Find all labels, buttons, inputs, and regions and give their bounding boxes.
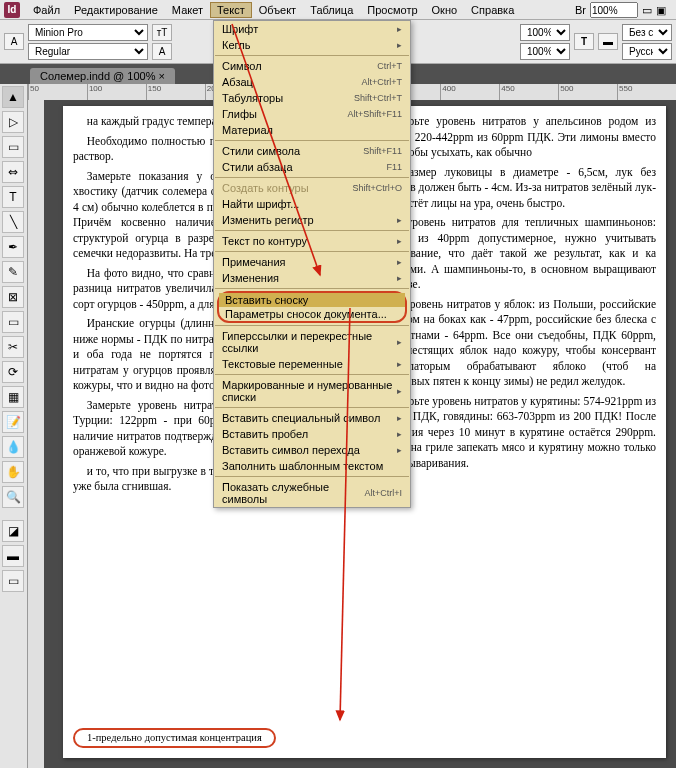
zoom-tool[interactable]: 🔍 <box>2 486 24 508</box>
direct-select-tool[interactable]: ▷ <box>2 111 24 133</box>
menu-item[interactable]: Изменить регистр <box>214 212 410 228</box>
menu-item[interactable]: ГлифыAlt+Shift+F11 <box>214 106 410 122</box>
menu-item[interactable]: Текст по контуру <box>214 233 410 249</box>
rect-tool[interactable]: ▭ <box>2 311 24 333</box>
char-format-icon[interactable]: A <box>4 33 24 50</box>
menu-item[interactable]: Вставить символ перехода <box>214 442 410 458</box>
menu-item[interactable]: Примечания <box>214 254 410 270</box>
para: ет размер луковицы в диаметре - 6,5см, л… <box>372 165 657 212</box>
scale-h-select[interactable]: 100% <box>520 24 570 41</box>
scissors-tool[interactable]: ✂ <box>2 336 24 358</box>
menu-item[interactable]: Показать служебные символыAlt+Ctrl+I <box>214 479 410 507</box>
menu-item[interactable]: Стили абзацаF11 <box>214 159 410 175</box>
menu-text[interactable]: Текст <box>210 2 252 18</box>
text-T-icon[interactable]: T <box>574 33 594 50</box>
view-mode-icon[interactable]: ▭ <box>642 4 652 17</box>
para: Замерьте уровень нитратов у апельсинов р… <box>372 114 657 161</box>
menu-item[interactable]: Стили символаShift+F11 <box>214 143 410 159</box>
pencil-tool[interactable]: ✎ <box>2 261 24 283</box>
gap-tool[interactable]: ⇔ <box>2 161 24 183</box>
lang2-select[interactable]: Русск <box>622 43 672 60</box>
menu-table[interactable]: Таблица <box>303 2 360 18</box>
lang-select[interactable]: Без с <box>622 24 672 41</box>
font-family-select[interactable]: Minion Pro <box>28 24 148 41</box>
eyedropper-tool[interactable]: 💧 <box>2 436 24 458</box>
menu-item[interactable]: Гиперссылки и перекрестные ссылки <box>214 328 410 356</box>
page-tool[interactable]: ▭ <box>2 136 24 158</box>
gradient-tool[interactable]: ▦ <box>2 386 24 408</box>
frame-tool[interactable]: ⊠ <box>2 286 24 308</box>
menu-item[interactable]: Маркированные и нумерованные списки <box>214 377 410 405</box>
menu-item[interactable]: ТабуляторыShift+Ctrl+T <box>214 90 410 106</box>
footnote[interactable]: 1-предельно допустимая концентрация <box>73 728 276 748</box>
menu-view[interactable]: Просмотр <box>360 2 424 18</box>
bridge-icon[interactable]: Br <box>575 4 586 16</box>
pen-tool[interactable]: ✒ <box>2 236 24 258</box>
note-tool[interactable]: 📝 <box>2 411 24 433</box>
menu-item: Создать контурыShift+Ctrl+O <box>214 180 410 196</box>
ruler-vertical <box>28 100 44 768</box>
para: ьте уровень нитратов у яблок: из Польши,… <box>372 297 657 390</box>
menu-item[interactable]: Текстовые переменные <box>214 356 410 372</box>
leading-icon: А <box>152 43 172 60</box>
menu-layout[interactable]: Макет <box>165 2 210 18</box>
menu-item[interactable]: Найти шрифт... <box>214 196 410 212</box>
document-tab[interactable]: Солемер.indd @ 100% × <box>30 68 175 84</box>
apply-color-icon[interactable]: ▬ <box>2 545 24 567</box>
menu-window[interactable]: Окно <box>425 2 465 18</box>
menu-edit[interactable]: Редактирование <box>67 2 165 18</box>
fill-stroke-icon[interactable]: ◪ <box>2 520 24 542</box>
menu-item[interactable]: Изменения <box>214 270 410 286</box>
close-icon[interactable]: × <box>158 70 164 82</box>
menu-item[interactable]: Кегль <box>214 37 410 53</box>
transform-tool[interactable]: ⟳ <box>2 361 24 383</box>
menu-item[interactable]: СимволCtrl+T <box>214 58 410 74</box>
screen-mode-icon[interactable]: ▭ <box>2 570 24 592</box>
menu-item[interactable]: Вставить сноску <box>219 293 405 307</box>
zoom-input[interactable] <box>590 2 638 18</box>
menu-file[interactable]: Файл <box>26 2 67 18</box>
menubar: Id Файл Редактирование Макет Текст Объек… <box>0 0 676 20</box>
menu-item[interactable]: Материал <box>214 122 410 138</box>
scale-v-select[interactable]: 100% <box>520 43 570 60</box>
menu-item[interactable]: АбзацAlt+Ctrl+T <box>214 74 410 90</box>
menu-item[interactable]: Параметры сносок документа... <box>219 307 405 321</box>
menu-item[interactable]: Шрифт <box>214 21 410 37</box>
app-icon: Id <box>4 2 20 18</box>
line-tool[interactable]: ╲ <box>2 211 24 233</box>
text-menu-dropdown: ШрифтКегльСимволCtrl+TАбзацAlt+Ctrl+TТаб… <box>213 20 411 508</box>
font-style-select[interactable]: Regular <box>28 43 148 60</box>
menu-help[interactable]: Справка <box>464 2 521 18</box>
menu-object[interactable]: Объект <box>252 2 303 18</box>
tab-title: Солемер.indd @ 100% <box>40 70 155 82</box>
menu-item[interactable]: Вставить пробел <box>214 426 410 442</box>
menu-item[interactable]: Вставить специальный символ <box>214 410 410 426</box>
footnote-group: Вставить сноскуПараметры сносок документ… <box>217 291 407 323</box>
para: ьте уровень нитратов для тепличных шампи… <box>372 215 657 293</box>
para: Замерьте уровень нитратов у курятины: 57… <box>372 394 657 472</box>
view-mode2-icon[interactable]: ▣ <box>656 4 666 17</box>
toolbox: ▲ ▷ ▭ ⇔ T ╲ ✒ ✎ ⊠ ▭ ✂ ⟳ ▦ 📝 💧 ✋ 🔍 ◪ ▬ ▭ <box>0 84 28 768</box>
selection-tool[interactable]: ▲ <box>2 86 24 108</box>
font-size-icon: тТ <box>152 24 172 41</box>
hand-tool[interactable]: ✋ <box>2 461 24 483</box>
stroke-icon[interactable]: ▬ <box>598 33 618 50</box>
menu-item[interactable]: Заполнить шаблонным текстом <box>214 458 410 474</box>
zoom-control: Br ▭ ▣ <box>575 2 666 18</box>
type-tool[interactable]: T <box>2 186 24 208</box>
